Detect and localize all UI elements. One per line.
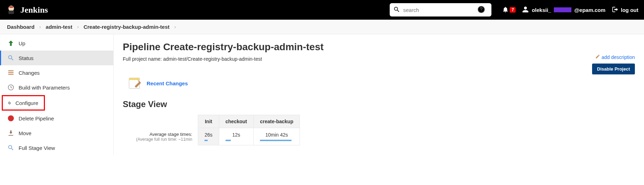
bell-icon [502,6,509,14]
sidebar-item-full-stage[interactable]: Full Stage View [0,140,113,155]
sidebar-item-move[interactable]: Move [0,126,113,140]
chevron-right-icon: › [39,25,41,29]
avg-checkout: 12s [219,128,253,145]
brand-logo[interactable]: Jenkins [6,4,48,15]
chevron-right-icon: › [174,25,176,29]
page-title: Pipeline Create-registry-backup-admin-te… [123,41,635,53]
add-description-link[interactable]: add description [595,54,635,60]
logout-icon [612,6,619,14]
username-suffix: @epam.com [574,7,605,13]
brand-name: Jenkins [20,5,48,15]
stage-col-create-backup: create-backup [254,115,300,128]
help-icon[interactable] [477,6,488,14]
sidebar-item-configure[interactable]: Configure [2,95,45,110]
sidebar-item-label: Status [19,55,34,61]
magnify-icon [7,144,14,151]
move-icon [7,130,14,137]
avg-stage-label: Average stage times: (Average full run t… [130,128,198,145]
stage-view-title: Stage View [123,99,635,109]
magnify-icon [7,54,14,61]
sidebar-item-changes[interactable]: Changes [0,65,113,80]
clock-icon [7,84,14,91]
logout-link[interactable]: log out [612,6,638,14]
sidebar-item-label: Build with Parameters [19,85,70,91]
sidebar-item-label: Delete Pipeline [19,115,54,121]
project-full-name: Full project name: admin-test/Create-reg… [123,56,635,62]
svg-point-4 [481,11,482,11]
stage-col-init: Init [198,115,219,128]
arrow-up-icon [7,40,14,47]
sidebar-item-label: Move [19,130,32,136]
stage-view-section: Stage View Init checkout create-backup A… [123,99,635,145]
crumb-dashboard[interactable]: Dashboard [7,24,34,30]
sidebar-item-label: Full Stage View [19,145,55,151]
recent-changes-link[interactable]: Recent Changes [147,80,188,86]
svg-rect-7 [8,74,14,75]
sidebar-item-delete[interactable]: Delete Pipeline [0,111,113,126]
logout-label: log out [621,7,638,13]
sidebar-item-label: Changes [19,70,40,76]
breadcrumb: Dashboard › admin-test › Create-registry… [0,20,644,34]
svg-rect-2 [9,6,13,8]
svg-rect-5 [8,70,14,71]
user-menu[interactable]: oleksii_@epam.com [522,6,605,14]
list-icon [7,69,14,76]
sidebar: Up Status Changes Build with Parameters … [0,34,114,155]
sidebar-item-status[interactable]: Status [0,51,113,65]
sidebar-item-label: Up [19,40,25,46]
search-input[interactable] [403,7,477,13]
sidebar-item-build-params[interactable]: Build with Parameters [0,80,113,95]
notifications[interactable]: 7 [502,6,516,14]
recent-changes: Recent Changes [128,76,635,91]
svg-rect-1 [8,11,14,14]
chevron-right-icon: › [77,25,79,29]
username-prefix: oleksii_ [532,7,551,13]
gear-icon [7,99,11,106]
sidebar-item-label: Configure [15,100,38,106]
stage-table: Init checkout create-backup Average stag… [130,115,300,145]
jenkins-logo-icon [6,4,17,15]
add-description-label: add description [602,54,635,60]
disable-project-button[interactable]: Disable Project [592,64,635,74]
stage-col-checkout: checkout [219,115,253,128]
notepad-icon [128,76,143,91]
top-header: Jenkins 7 oleksii_@epam.com log ou [0,0,644,20]
crumb-admin-test[interactable]: admin-test [46,24,72,30]
ban-icon [7,115,14,122]
svg-rect-6 [8,72,14,73]
user-icon [522,6,529,14]
avg-init: 26s [198,128,219,145]
notif-count-badge: 7 [510,7,516,13]
search-box[interactable] [390,3,491,16]
redacted-area [554,7,571,12]
main-panel: Pipeline Create-registry-backup-admin-te… [114,34,644,155]
avg-create-backup: 10min 42s [254,128,300,145]
edit-icon [595,54,600,60]
search-icon [393,6,403,14]
sidebar-item-up[interactable]: Up [0,36,113,51]
svg-rect-11 [129,78,140,80]
crumb-job[interactable]: Create-registry-backup-admin-test [83,24,169,30]
